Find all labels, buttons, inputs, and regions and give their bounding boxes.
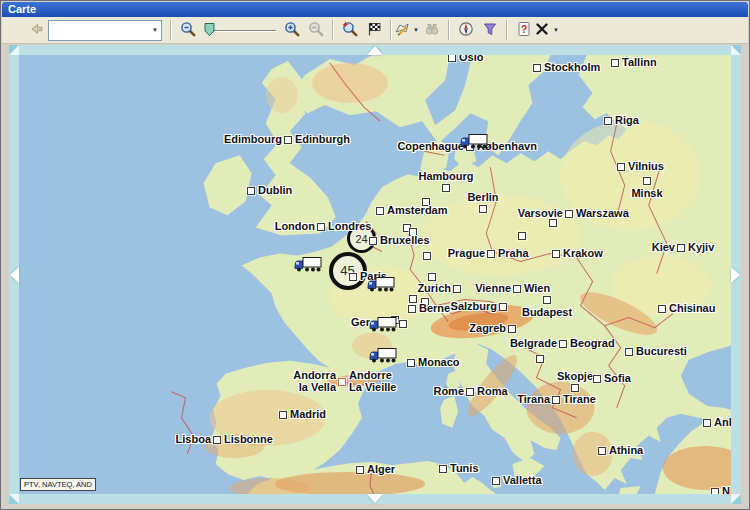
city-marker[interactable]	[598, 447, 606, 455]
address-combobox: ▼	[48, 20, 162, 41]
city-marker[interactable]	[658, 305, 666, 313]
pan-up-arrow[interactable]	[367, 46, 383, 55]
city-marker[interactable]	[338, 378, 346, 386]
city-marker[interactable]	[643, 177, 651, 185]
address-combobox-input[interactable]	[49, 23, 149, 38]
city-marker[interactable]	[428, 273, 436, 281]
city-marker[interactable]	[513, 285, 521, 293]
magnifier-plus-icon	[284, 21, 300, 40]
combobox-dropdown-icon[interactable]: ▼	[149, 25, 161, 35]
toolbar-separator	[506, 20, 508, 40]
zoom-slider-thumb[interactable]	[204, 22, 215, 42]
city-marker[interactable]	[593, 375, 601, 383]
city-marker[interactable]	[247, 187, 255, 195]
zoom-slider-track[interactable]	[210, 30, 276, 32]
city-label-text: London	[275, 220, 315, 232]
city-marker[interactable]	[508, 325, 516, 333]
truck-marker-icon[interactable]	[460, 133, 488, 153]
toolbar-zoom-in-button[interactable]	[281, 19, 303, 41]
magnifier-gray-icon	[308, 21, 324, 40]
city-marker[interactable]	[213, 436, 221, 444]
city-marker[interactable]	[423, 252, 431, 260]
pan-corner-top-right[interactable]	[731, 45, 741, 55]
city-marker[interactable]	[677, 244, 685, 252]
city-label-text: Hambourg	[376, 170, 516, 182]
toolbar-route-flag-button[interactable]	[363, 19, 385, 41]
map-canvas[interactable]: PTV, NAVTEQ, AND 2445OsloStockholmTallin…	[19, 55, 731, 494]
truck-marker-icon[interactable]	[294, 256, 322, 276]
city-label-text: Dublin	[258, 184, 292, 196]
toolbar-filter-button[interactable]	[479, 19, 501, 41]
toolbar-zoom-out-button[interactable]	[177, 19, 199, 41]
city-marker[interactable]	[399, 320, 407, 328]
city-label-text: Tirana	[517, 393, 550, 405]
pan-corner-bottom-right[interactable]	[731, 494, 741, 504]
city-marker[interactable]	[559, 340, 567, 348]
city-marker[interactable]	[279, 411, 287, 419]
city-marker[interactable]	[604, 117, 612, 125]
city-marker[interactable]	[492, 477, 500, 485]
city-marker[interactable]	[703, 419, 711, 427]
city-marker[interactable]	[711, 488, 719, 494]
city-label-text: Warszawa	[576, 207, 629, 219]
city-marker[interactable]	[487, 250, 495, 258]
city-marker[interactable]	[317, 223, 325, 231]
pan-left-arrow[interactable]	[10, 267, 19, 283]
city-marker[interactable]	[376, 207, 384, 215]
city-label-text: Berne	[419, 302, 450, 314]
city-marker[interactable]	[552, 250, 560, 258]
pan-down-arrow[interactable]	[367, 494, 383, 503]
city-marker[interactable]	[453, 285, 461, 293]
city-marker[interactable]	[543, 296, 551, 304]
city-marker[interactable]	[552, 396, 560, 404]
toolbar-back-button[interactable]	[25, 19, 47, 41]
city-label-text: Valletta	[503, 474, 542, 486]
city-marker[interactable]	[549, 219, 557, 227]
window-titlebar[interactable]: Carte	[2, 2, 748, 17]
toolbar-help-button[interactable]: ?	[513, 19, 535, 41]
back-arrow-icon	[28, 21, 44, 40]
city-marker[interactable]	[408, 305, 416, 313]
city-marker[interactable]	[479, 205, 487, 213]
toolbar-compass-button[interactable]	[455, 19, 477, 41]
city-marker[interactable]	[617, 163, 625, 171]
pan-right-arrow[interactable]	[731, 267, 740, 283]
funnel-icon	[482, 21, 498, 40]
toolbar-map-edit-button[interactable]: ▼	[397, 19, 419, 41]
city-marker[interactable]	[533, 64, 541, 72]
pan-corner-bottom-left[interactable]	[9, 494, 19, 504]
city-marker[interactable]	[409, 295, 417, 303]
city-marker[interactable]	[439, 465, 447, 473]
truck-marker-icon[interactable]	[369, 347, 397, 367]
city-marker[interactable]	[349, 273, 357, 281]
toolbar-zoom-last-button[interactable]	[305, 19, 327, 41]
city-label-text: Berlin	[413, 191, 553, 203]
city-marker[interactable]	[448, 55, 456, 62]
city-marker[interactable]	[518, 232, 526, 240]
truck-marker-icon[interactable]	[369, 316, 397, 336]
city-label-text: Sofia	[604, 372, 631, 384]
city-marker[interactable]	[466, 388, 474, 396]
city-marker[interactable]	[356, 466, 364, 474]
city-marker[interactable]	[369, 237, 377, 245]
city-label-text: Bucuresti	[636, 345, 687, 357]
truck-marker-icon[interactable]	[367, 276, 395, 296]
toolbar-search-button[interactable]	[421, 19, 443, 41]
city-marker[interactable]	[571, 384, 579, 392]
map-copyright: PTV, NAVTEQ, AND	[20, 478, 96, 491]
toolbar-clear-button[interactable]: ▼	[537, 19, 559, 41]
city-marker[interactable]	[284, 136, 292, 144]
city-marker[interactable]	[611, 59, 619, 67]
city-label-text: Chisinau	[669, 302, 715, 314]
dropdown-caret-icon[interactable]: ▼	[550, 25, 562, 35]
city-marker[interactable]	[565, 210, 573, 218]
city-label-text: Edinburgh	[295, 133, 350, 145]
city-label-text: Vienne	[475, 282, 511, 294]
pan-corner-top-left[interactable]	[9, 45, 19, 55]
city-label-text: Edimbourg	[224, 133, 282, 145]
zoom-slider[interactable]	[202, 19, 278, 41]
city-marker[interactable]	[407, 359, 415, 367]
toolbar-zoom-select-button[interactable]	[339, 19, 361, 41]
city-marker[interactable]	[625, 348, 633, 356]
city-marker[interactable]	[536, 355, 544, 363]
